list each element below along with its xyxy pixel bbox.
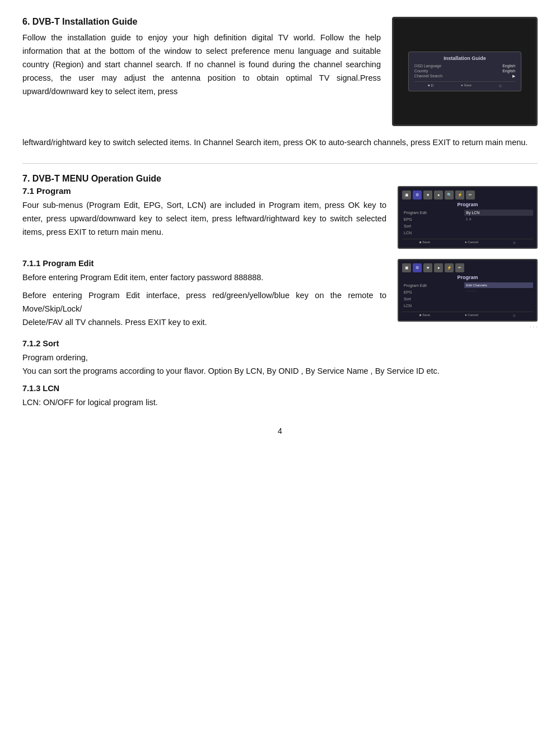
section-713: 7.1.3 LCN LCN: ON/OFF for logical progra… [22,384,538,410]
menu-icon-2-1: ▣ [402,263,411,272]
menu-sidebar-2: Program Edit EPG Sort LCN [402,282,461,309]
section-71-subtitle: 7.1 Program [22,186,386,196]
section-6-text: 6. DVB-T Installation Guide Follow the i… [22,17,381,126]
menu-2-item-sort: Sort [402,296,461,302]
menu-2-item-program-edit: Program Edit [402,282,461,289]
page-content: 6. DVB-T Installation Guide Follow the i… [22,17,538,435]
section-711-body2: Before entering Program Edit interface, … [22,289,386,316]
tv-label-osd: OSD Language [414,64,441,68]
menu-main-1: By LCN L s [464,210,533,236]
menu-footer-btn-1: ■ Save [419,240,430,244]
section-6-body1: Follow the installation guide to enjoy y… [22,31,381,99]
section-713-title: 7.1.3 LCN [22,384,538,393]
tv-row-1: OSD Language English [414,64,515,68]
tv-row-3: Channel Search ▶ [414,74,515,78]
tv-footer: ■ ||| ● Save ◇ [414,81,515,87]
section-divider [22,163,538,164]
section-711-image: ▣ ⚙ ★ ● ⚡ ✏ Program Program Edit EPG Sor… [398,259,538,330]
tv-label-country: Country [414,69,428,73]
tv-dialog: Installation Guide OSD Language English … [408,52,521,91]
tv-dialog-title: Installation Guide [414,55,515,61]
menu-sidebar-1: Program Edit EPG Sort LCN [402,210,461,236]
menu-footer-btn-3: ◇ [513,240,516,244]
section-712-title: 7.1.2 Sort [22,339,538,348]
menu-icon-2-3: ★ [423,263,432,272]
menu-icon-4: ● [434,191,443,199]
section-71-text: 7.1 Program Four sub-menus (Program Edit… [22,186,386,249]
menu-content-2: Program Edit EPG Sort LCN Edit Channels … [402,282,533,309]
tv-btn-2: ● Save [461,83,472,87]
tv-value-country: English [502,69,515,73]
dots-decoration: · · · [398,324,538,330]
menu-icon-2-2: ⚙ [413,263,422,272]
menu-value-2: · · · · · [464,288,533,294]
menu-2-item-lcn: LCN [402,303,461,309]
menu-item-lcn: LCN [402,230,461,236]
page-number: 4 [22,426,538,435]
menu-2-item-epg: EPG [402,289,461,295]
menu-title-1: Program [402,202,533,207]
tv-value-channel: ▶ [512,74,515,78]
tv-row-2: Country English [414,69,515,73]
section-71-content: 7.1 Program Four sub-menus (Program Edit… [22,186,538,249]
menu-footer-2-btn-2: ● Cancel [465,313,478,317]
menu-icon-6: ⚡ [455,191,464,199]
section-7-images: ▣ ⚙ ★ ● 🔍 ⚡ ✏ Program Program Edit EPG S… [398,186,538,249]
menu-footer-2: ■ Save ● Cancel ◇ [402,312,533,317]
tv-btn-1: ■ ||| [428,83,433,87]
menu-icon-2-4: ● [434,263,443,272]
menu-screen-1: ▣ ⚙ ★ ● 🔍 ⚡ ✏ Program Program Edit EPG S… [398,186,538,249]
menu-icon-1: ▣ [402,191,411,199]
menu-footer-btn-2: ● Cancel [465,240,478,244]
menu-screen-2: ▣ ⚙ ★ ● ⚡ ✏ Program Program Edit EPG Sor… [398,259,538,322]
menu-highlight-1: By LCN [464,210,533,216]
installation-guide-screen: Installation Guide OSD Language English … [392,17,538,126]
menu-icon-2-5: ⚡ [445,263,454,272]
menu-title-2: Program [402,275,533,280]
section-711-body3: Delete/FAV all TV channels. Press EXIT k… [22,316,386,329]
menu-main-2: Edit Channels · · · · · [464,282,533,309]
section-6-image: Installation Guide OSD Language English … [392,17,538,126]
menu-item-sort: Sort [402,223,461,229]
menu-icon-7: ✏ [466,191,475,199]
section-713-body: LCN: ON/OFF for logical program list. [22,396,538,410]
section-711-title: 7.1.1 Program Edit [22,259,386,268]
menu-footer-2-btn-1: ■ Save [419,313,430,317]
section-712-body2: You can sort the programs according to y… [22,365,538,378]
menu-item-epg: EPG [402,216,461,222]
section-712: 7.1.2 Sort Program ordering, You can sor… [22,339,538,378]
tv-value-osd: English [502,64,515,68]
menu-content-1: Program Edit EPG Sort LCN By LCN L s [402,210,533,236]
section-711: 7.1.1 Program Edit Before entering Progr… [22,259,538,330]
tv-label-channel: Channel Search [414,74,442,78]
menu-icon-2-6: ✏ [455,263,464,272]
section-6-title: 6. DVB-T Installation Guide [22,17,381,27]
section-6-continuation: leftward/rightward key to switch selecte… [22,136,538,150]
menu-footer-1: ■ Save ● Cancel ◇ [402,239,533,244]
menu-value-1: L s [464,216,533,222]
menu-item-program-edit: Program Edit [402,210,461,216]
menu-footer-2-btn-3: ◇ [513,313,516,317]
section-7-title: 7. DVB-T MENU Operation Guide [22,174,538,184]
menu-icon-3: ★ [423,191,432,199]
section-712-body1: Program ordering, [22,351,538,365]
menu-icon-2: ⚙ [413,191,422,199]
menu-icons-row-1: ▣ ⚙ ★ ● 🔍 ⚡ ✏ [402,191,533,199]
section-711-body1: Before entering Program Edit item, enter… [22,271,386,285]
section-6: 6. DVB-T Installation Guide Follow the i… [22,17,538,126]
menu-icons-row-2: ▣ ⚙ ★ ● ⚡ ✏ [402,263,533,272]
section-711-text: 7.1.1 Program Edit Before entering Progr… [22,259,386,330]
tv-btn-3: ◇ [499,83,502,87]
menu-icon-5: 🔍 [445,191,454,199]
section-71-body: Four sub-menus (Program Edit, EPG, Sort,… [22,199,386,239]
menu-highlight-2: Edit Channels [464,282,533,288]
